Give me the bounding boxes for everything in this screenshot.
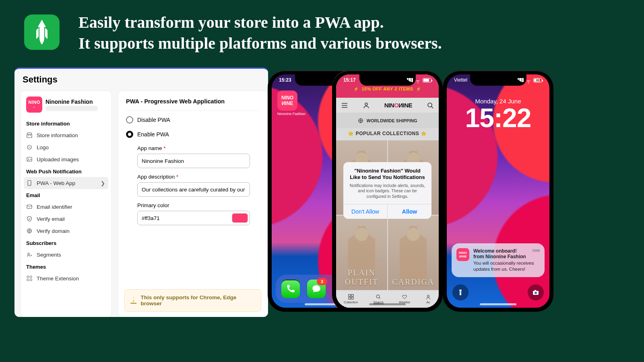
color-swatch[interactable] [232, 213, 248, 223]
phone-mockup-lockscreen: Viettel 66 Monday, 24 June 15:22 NINOИIN… [443, 70, 553, 312]
svg-point-21 [427, 295, 429, 297]
section-themes: Themes [21, 261, 111, 272]
svg-point-7 [28, 253, 29, 255]
dock-messages-icon[interactable] [307, 280, 326, 298]
dialog-deny-button[interactable]: Don't Allow [343, 204, 387, 219]
dialog-desc: Notifications may include alerts, sounds… [343, 181, 431, 204]
headline-line-2: It supports multiple platforms and vario… [78, 33, 442, 54]
rocket-app-icon [24, 14, 60, 50]
status-bar: Viettel 66 [447, 77, 549, 83]
store-sub-blurred [45, 106, 98, 111]
nav-store-information[interactable]: Store information [21, 129, 111, 141]
browser-support-warning: This only supports for Chrome, Edge brow… [124, 289, 261, 312]
nav-pwa-web-app[interactable]: PWA - Web App ❯ [24, 177, 108, 189]
app-desc-label: App description * [137, 171, 260, 182]
search-icon[interactable] [427, 102, 434, 109]
section-subscribers: Subscribers [21, 237, 111, 249]
svg-point-24 [535, 292, 537, 294]
primary-color-input[interactable]: #ff3a71 [137, 211, 250, 225]
nav-email-identifier[interactable]: Email identifier [21, 201, 111, 213]
section-push: Web Push Notification [21, 165, 111, 177]
svg-rect-25 [535, 290, 536, 291]
section-email: Email [21, 189, 111, 201]
radio-enable-pwa[interactable]: Enable PWA [126, 125, 260, 140]
globe-icon [358, 118, 363, 123]
svg-point-14 [428, 103, 432, 107]
nav-theme-extension[interactable]: Theme Extension [21, 272, 111, 284]
headline: Easily transform your store into a PWA a… [78, 12, 442, 54]
shield-check-icon [26, 216, 33, 222]
phone-icon [26, 180, 33, 186]
svg-rect-19 [351, 297, 353, 299]
notification-app-icon: NINOИINE [456, 248, 469, 261]
store-name: Ninonine Fashion [45, 99, 98, 105]
logo-icon [26, 144, 33, 150]
svg-point-13 [365, 103, 367, 105]
svg-rect-17 [351, 294, 353, 296]
hamburger-icon[interactable] [341, 102, 348, 109]
collection-card[interactable]: CARDIGA [388, 216, 439, 290]
dialog-allow-button[interactable]: Allow [387, 204, 431, 219]
phone-mockup-store: ⚡15% OFF ANY 2 ITEMS⚡ 15:17 NINOИINE WOR… [332, 70, 443, 312]
dialog-title: "Ninonine Fashion" Would Like to Send Yo… [343, 162, 431, 181]
svg-point-4 [29, 185, 29, 185]
store-header: NINO - Ninonine Fashion [21, 97, 111, 117]
svg-point-22 [460, 292, 461, 292]
notification-time: now [533, 248, 540, 253]
grid-icon [26, 275, 33, 282]
status-time: 15:17 [343, 77, 356, 83]
app-name-input[interactable] [137, 154, 250, 168]
nav-segments[interactable]: Segments [21, 249, 111, 261]
radio-dot [126, 131, 133, 138]
svg-rect-5 [27, 205, 32, 209]
popular-collections-heading: ⭐ POPULAR COLLECTIONS ⭐ [336, 131, 439, 136]
dock-phone-icon[interactable] [281, 280, 300, 298]
image-icon [26, 156, 33, 162]
status-bar: 15:17 [336, 77, 439, 83]
settings-main: PWA - Progressive Web Application Disabl… [118, 90, 268, 317]
chevron-right-icon: ❯ [101, 180, 105, 186]
primary-color-label: Primary color [137, 199, 260, 211]
store-logo: NINO - [26, 97, 42, 113]
settings-sidebar: NINO - Ninonine Fashion Store informatio… [20, 90, 112, 317]
notification-permission-dialog: "Ninonine Fashion" Would Like to Send Yo… [343, 162, 431, 219]
svg-point-2 [28, 158, 29, 159]
push-notification[interactable]: NINOИINE now Welcome onboard! from Ninon… [452, 243, 545, 277]
camera-button[interactable] [528, 284, 544, 300]
svg-rect-9 [30, 276, 32, 278]
mail-icon [26, 204, 33, 210]
svg-rect-10 [27, 279, 29, 281]
settings-heading: Settings [20, 74, 268, 90]
nav-verify-email[interactable]: Verify email [21, 213, 111, 225]
status-time: 15:23 [279, 77, 291, 83]
flashlight-button[interactable] [452, 284, 469, 300]
radio-dot [126, 116, 133, 123]
svg-rect-8 [27, 276, 29, 278]
user-icon[interactable] [363, 102, 370, 109]
settings-panel: Settings NINO - Ninonine Fashion Store i… [14, 68, 268, 317]
nav-logo[interactable]: Logo [21, 141, 111, 153]
lockscreen-clock: Monday, 24 June 15:22 [447, 98, 549, 131]
tab-search[interactable]: Search [373, 294, 383, 304]
nav-verify-domain[interactable]: Verify domain [21, 225, 111, 237]
brand-logo: NINOИINE [384, 102, 412, 109]
tab-wishlist[interactable]: Wishlist [399, 294, 410, 304]
headline-line-1: Easily transform your store into a PWA a… [78, 12, 442, 33]
tab-account[interactable]: Ac [425, 294, 431, 304]
notification-subtitle: from Ninonine Fashion [473, 254, 540, 259]
svg-rect-18 [349, 297, 351, 299]
radio-disable-pwa[interactable]: Disable PWA [126, 111, 260, 125]
svg-rect-16 [349, 294, 351, 296]
main-title: PWA - Progressive Web Application [126, 98, 260, 111]
tab-collection[interactable]: Collection [344, 294, 358, 304]
warning-icon [130, 297, 137, 304]
nav-uploaded-images[interactable]: Uploaded images [21, 153, 111, 165]
collection-card[interactable]: PLAIN OUTFIT [336, 216, 387, 290]
app-desc-input[interactable] [137, 182, 250, 197]
globe-icon [26, 228, 33, 234]
svg-point-20 [376, 295, 380, 298]
status-carrier: Viettel [454, 77, 467, 83]
pwa-app-tile[interactable]: NINOИINE Ninonine Fashion [277, 90, 305, 116]
shipping-banner: WORLDWIDE SHIPPING [336, 113, 439, 128]
notification-title: Welcome onboard! [473, 248, 540, 254]
